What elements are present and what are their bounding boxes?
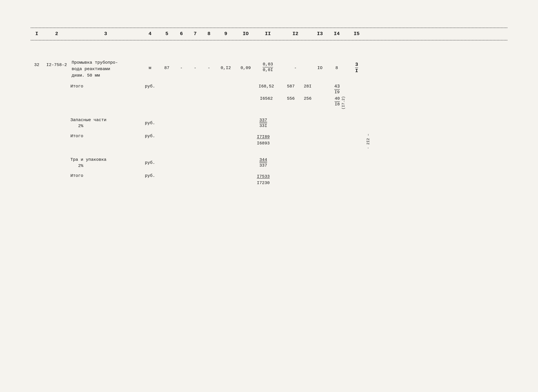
- data-section: 32 I2-758-2 Промывка трубопро-вода реакт…: [31, 53, 507, 186]
- row-32-main: 32 I2-758-2 Промывка трубопро-вода реакт…: [31, 59, 507, 79]
- zapas-row: Запасные части 2% руб. 337 33I: [31, 117, 507, 129]
- header-col9: 9: [216, 31, 236, 37]
- tra-unit: руб.: [141, 160, 159, 165]
- itogo-col13-1: 587: [282, 84, 300, 89]
- itogo-col13-1b: 556: [282, 96, 300, 101]
- header-col8: 8: [202, 31, 216, 37]
- row-32-col12: -: [280, 59, 311, 71]
- row-32-col15-num: 3: [355, 62, 358, 68]
- itogo-col15-1b-den: I8: [334, 102, 340, 107]
- row-32-col11: 0,03 0,0I: [256, 59, 280, 73]
- zapas-col11-den: 33I: [260, 123, 267, 128]
- itogo-col11-3: I7533 I7230: [251, 173, 275, 186]
- header-col5: 5: [159, 31, 175, 37]
- itogo-unit-2: руб.: [141, 134, 159, 138]
- itogo-col14-1b: 256: [300, 96, 315, 101]
- itogo-col11-3b: I7230: [251, 180, 275, 186]
- header-col7: 7: [188, 31, 202, 37]
- row-group-32: 32 I2-758-2 Промывка трубопро-вода реакт…: [31, 59, 507, 186]
- itogo-unit-1: руб.: [141, 84, 159, 89]
- tra-row: Тра и упаковка 2% руб. 344 337: [31, 157, 507, 168]
- side-annotation-1: (I7.2): [341, 96, 360, 109]
- zapas-col11: 337 33I: [251, 118, 275, 128]
- row-32-col14: 8: [329, 59, 344, 71]
- side-annotation-2: · 2I2 –: [366, 134, 371, 149]
- bottom-dash-line: [31, 40, 507, 40]
- header-col11: II: [256, 31, 280, 37]
- header-col6: 6: [175, 31, 188, 37]
- itogo-label-3: Итого: [70, 173, 141, 178]
- header-col1: I: [31, 31, 43, 37]
- row-32-col15-den: I: [355, 68, 358, 74]
- itogo-col11-2b: I6893: [251, 140, 275, 147]
- header-col3: 3: [70, 31, 141, 37]
- itogo-col11-2: I7I89 I6893: [251, 134, 275, 147]
- row-32-col11-den: 0,0I: [263, 67, 273, 72]
- row-32-col9: 0,I2: [216, 59, 236, 71]
- tra-label: Тра и упаковка 2%: [70, 157, 141, 168]
- itogo-col15-1: 43 I9: [315, 84, 340, 95]
- zapas-unit: руб.: [141, 121, 159, 126]
- row-32-col6: -: [175, 59, 188, 71]
- row-32-col4: м: [141, 59, 159, 71]
- itogo-col12-1b: I6562: [251, 96, 282, 101]
- row-32-col3: Промывка трубопро-вода реактивамидиам. 5…: [70, 59, 141, 79]
- row-32-col2: I2-758-2: [43, 59, 70, 68]
- row-32-col11-num: 0,03: [263, 62, 273, 67]
- itogo-row-3: Итого руб. I7533 I7230: [31, 173, 507, 186]
- header-col4: 4: [141, 31, 159, 37]
- header-section: I 2 3 4 5 6 7 8 9 IO II I2 I3 I4 I5: [31, 28, 507, 40]
- itogo-row-2: Итого руб. I7I89 I6893 · 2I2 –: [31, 134, 507, 149]
- itogo-col14-1: 28I: [300, 84, 315, 89]
- tra-col11: 344 337: [251, 157, 275, 168]
- zapas-col11-num: 337: [260, 118, 267, 123]
- header-row: I 2 3 4 5 6 7 8 9 IO II I2 I3 I4 I5: [31, 28, 507, 40]
- itogo-row-1b: I6562 556 256 40 I8 (I7.2): [31, 96, 507, 109]
- row-32-col15: 3 I: [344, 59, 369, 74]
- row-32-col5: 87: [159, 59, 175, 71]
- row-32-col8: -: [202, 59, 216, 71]
- header-col12: I2: [280, 31, 311, 37]
- itogo-label-2: Итого: [70, 134, 141, 138]
- tra-col11-num: 344: [260, 158, 267, 163]
- header-col13: I3: [311, 31, 329, 37]
- tra-col11-den: 337: [260, 163, 267, 168]
- itogo-col15-1-num: 43: [334, 84, 340, 90]
- itogo-row-1: Итого руб. I68,52 587 28I 43 I9: [31, 84, 507, 95]
- row-32-col13: IO: [311, 59, 329, 71]
- zapas-label: Запасные части 2%: [70, 117, 141, 129]
- itogo-col11-2a: I7I89: [251, 134, 275, 140]
- row-32-col7: -: [188, 59, 202, 71]
- itogo-col15-1-den: I9: [334, 90, 340, 95]
- itogo-col15-1b: 40 I8: [315, 96, 340, 107]
- header-col15: I5: [344, 31, 369, 37]
- header-col10: IO: [236, 31, 256, 37]
- header-col14: I4: [329, 31, 344, 37]
- itogo-label-1: Итого: [70, 84, 141, 89]
- row-32-col1: 32: [31, 59, 43, 68]
- itogo-unit-3: руб.: [141, 173, 159, 178]
- itogo-col11-3a: I7533: [251, 173, 275, 180]
- itogo-col15-1b-num: 40: [334, 96, 340, 102]
- header-col2: 2: [43, 31, 70, 37]
- itogo-col12-1: I68,52: [251, 84, 282, 89]
- row-32-col10: 0,09: [236, 59, 256, 71]
